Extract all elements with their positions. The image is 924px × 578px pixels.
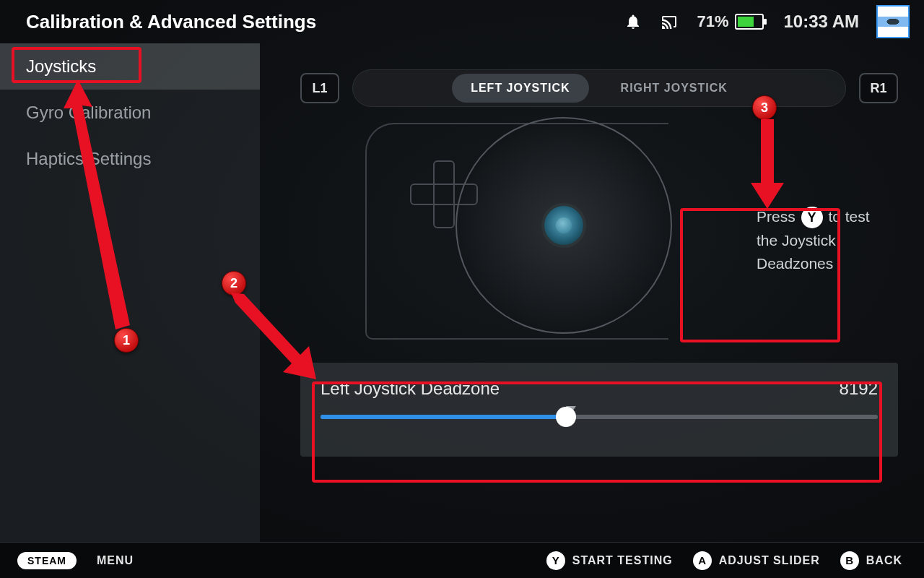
page-title: Calibration & Advanced Settings [26, 11, 316, 33]
sidebar-item-joysticks[interactable]: Joysticks [0, 43, 260, 90]
tab-right-joystick[interactable]: RIGHT JOYSTICK [602, 74, 746, 103]
avatar[interactable] [876, 5, 910, 38]
footer: STEAM MENU Y START TESTING A ADJUST SLID… [0, 542, 924, 578]
battery-percent: 71% [697, 12, 728, 31]
tab-row: L1 LEFT JOYSTICK RIGHT JOYSTICK R1 [300, 69, 898, 107]
y-button-icon: Y [801, 207, 823, 228]
footer-action-adjust-slider[interactable]: A ADJUST SLIDER [693, 551, 820, 570]
footer-action-start-testing[interactable]: Y START TESTING [546, 551, 673, 570]
joystick-visualization: Press Y to test the Joystick Deadzones [300, 127, 898, 358]
slider-value: 8192 [840, 379, 878, 399]
footer-action-back[interactable]: B BACK [840, 551, 902, 570]
b-glyph-icon: B [840, 551, 859, 570]
sidebar-item-haptics[interactable]: Haptics Settings [0, 136, 260, 182]
joystick-range-circle [456, 117, 672, 334]
clock: 10:33 AM [784, 12, 859, 32]
header: Calibration & Advanced Settings 71% 10:3… [0, 0, 924, 43]
slider-label: Left Joystick Deadzone [321, 379, 500, 399]
tabs-track: LEFT JOYSTICK RIGHT JOYSTICK [352, 69, 846, 107]
main-panel: L1 LEFT JOYSTICK RIGHT JOYSTICK R1 Press… [260, 43, 924, 542]
sidebar-item-gyro[interactable]: Gyro Calibration [0, 90, 260, 136]
notifications-icon[interactable] [624, 13, 642, 30]
slider-thumb[interactable] [556, 407, 576, 427]
deadzone-slider[interactable] [321, 415, 878, 419]
sidebar: Joysticks Gyro Calibration Haptics Setti… [0, 43, 260, 542]
battery-icon [735, 14, 764, 30]
menu-label[interactable]: MENU [97, 554, 134, 567]
a-glyph-icon: A [693, 551, 712, 570]
battery-indicator: 71% [697, 12, 763, 31]
l1-bumper[interactable]: L1 [300, 73, 339, 103]
cast-icon[interactable] [661, 13, 678, 30]
y-glyph-icon: Y [546, 551, 565, 570]
steam-button[interactable]: STEAM [17, 552, 77, 569]
joystick-center-icon [556, 217, 572, 233]
tab-left-joystick[interactable]: LEFT JOYSTICK [452, 74, 588, 103]
hint-box: Press Y to test the Joystick Deadzones [745, 194, 897, 289]
r1-bumper[interactable]: R1 [859, 73, 898, 103]
deadzone-card: Left Joystick Deadzone 8192 [300, 363, 898, 457]
hint-press: Press [757, 208, 796, 225]
